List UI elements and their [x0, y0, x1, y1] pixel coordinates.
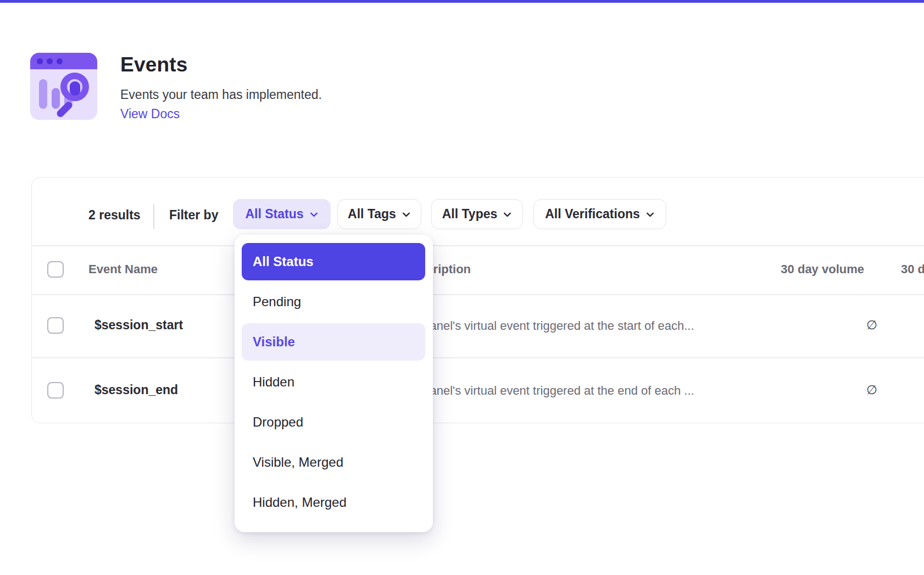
magnifier-core-icon [70, 81, 80, 96]
filter-label: All Status [245, 207, 303, 222]
dropdown-item-visible[interactable]: Visible [242, 323, 425, 361]
dropdown-item-pending[interactable]: Pending [242, 283, 425, 320]
window-dot-icon [47, 58, 53, 64]
header-bottom-border [32, 294, 924, 295]
filter-all-types-button[interactable]: All Types [431, 199, 523, 229]
view-docs-link[interactable]: View Docs [120, 107, 180, 121]
toolbar-divider [153, 204, 154, 229]
events-analytics-icon [30, 53, 97, 120]
event-name-cell[interactable]: $session_end [94, 383, 178, 397]
row-divider [32, 357, 924, 358]
dropdown-item-hidden[interactable]: Hidden [242, 363, 425, 401]
events-page: Events Events your team has implemented.… [0, 0, 924, 575]
window-dot-icon [57, 58, 63, 64]
results-count: 2 results [88, 208, 141, 223]
event-description-cell: Mixpanel's virtual event triggered at th… [404, 319, 694, 333]
status-dropdown-menu: All Status Pending Visible Hidden Droppe… [235, 235, 433, 532]
row-checkbox[interactable] [47, 317, 64, 334]
event-description-cell: Mixpanel's virtual event triggered at th… [404, 384, 694, 398]
column-header-event-name[interactable]: Event Name [88, 262, 158, 277]
window-dot-icon [37, 58, 43, 64]
top-accent-bar [0, 0, 924, 3]
dropdown-item-visible-merged[interactable]: Visible, Merged [242, 444, 425, 481]
filter-by-label: Filter by [169, 208, 218, 223]
filter-all-status-button[interactable]: All Status [233, 199, 331, 229]
page-subtitle: Events your team has implemented. [120, 87, 322, 102]
dropdown-item-dropped[interactable]: Dropped [242, 403, 425, 441]
column-header-30-day-volume[interactable]: 30 day volume [781, 262, 864, 277]
filter-label: All Verifications [545, 207, 640, 222]
column-header-30-day-users[interactable]: 30 day users [901, 262, 924, 277]
filter-label: All Tags [348, 207, 396, 222]
filter-all-verifications-button[interactable]: All Verifications [533, 199, 666, 229]
row-checkbox[interactable] [47, 382, 64, 399]
chart-bar-icon [52, 88, 60, 109]
chevron-down-icon [645, 210, 655, 219]
event-name-cell[interactable]: $session_start [94, 318, 183, 333]
dropdown-item-all-status[interactable]: All Status [242, 243, 425, 280]
page-title: Events [120, 53, 188, 76]
filter-label: All Types [442, 207, 498, 222]
select-all-checkbox[interactable] [47, 261, 64, 278]
filter-all-tags-button[interactable]: All Tags [337, 199, 421, 229]
dropdown-item-hidden-merged[interactable]: Hidden, Merged [242, 484, 425, 521]
chevron-down-icon [503, 210, 512, 219]
header-top-border [32, 245, 924, 246]
chevron-down-icon [309, 210, 319, 219]
chart-bar-icon [39, 79, 47, 109]
event-volume-cell: ∅ [866, 318, 877, 332]
chevron-down-icon [402, 210, 411, 219]
event-volume-cell: ∅ [866, 383, 877, 397]
